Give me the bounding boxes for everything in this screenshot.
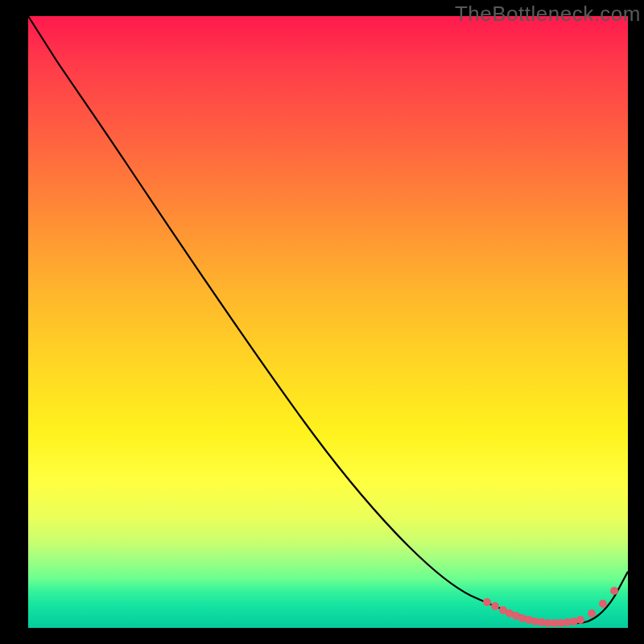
svg-point-0 — [483, 598, 491, 606]
svg-point-15 — [588, 609, 596, 617]
chart-frame: TheBottleneck.com — [0, 0, 644, 644]
svg-point-1 — [491, 602, 499, 610]
svg-point-16 — [599, 600, 607, 608]
chart-svg — [28, 16, 628, 628]
watermark-text: TheBottleneck.com — [455, 2, 641, 27]
bottleneck-curve — [28, 16, 628, 624]
svg-point-17 — [610, 587, 618, 595]
svg-point-14 — [576, 616, 584, 624]
marker-group — [483, 587, 618, 627]
